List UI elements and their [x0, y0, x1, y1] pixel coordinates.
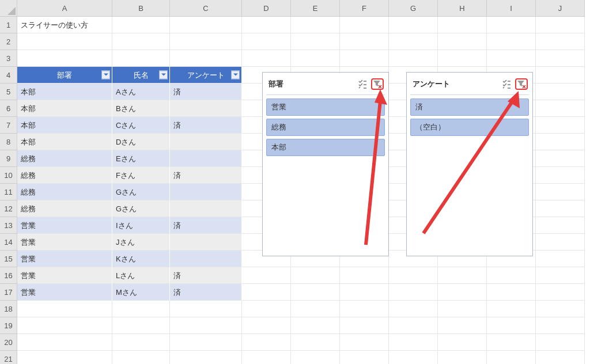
- column-header[interactable]: H: [438, 0, 487, 17]
- column-header[interactable]: E: [291, 0, 340, 17]
- cell[interactable]: [340, 267, 389, 284]
- filter-dropdown-icon[interactable]: [101, 71, 110, 79]
- clear-filter-icon[interactable]: [515, 78, 528, 90]
- cell[interactable]: [536, 100, 585, 117]
- table-cell[interactable]: Aさん: [112, 84, 170, 100]
- column-header[interactable]: D: [242, 0, 291, 17]
- table-cell[interactable]: [170, 100, 242, 117]
- table-cell[interactable]: 営業: [17, 251, 112, 267]
- cell[interactable]: [536, 217, 585, 234]
- cell[interactable]: [17, 33, 112, 50]
- cell[interactable]: [291, 334, 340, 351]
- cell[interactable]: [242, 17, 291, 33]
- row-header[interactable]: 2: [0, 33, 17, 50]
- table-cell[interactable]: 総務: [17, 167, 112, 184]
- cell[interactable]: [17, 317, 112, 334]
- table-cell[interactable]: 本部: [17, 117, 112, 134]
- cell[interactable]: [242, 267, 291, 284]
- cell[interactable]: [536, 200, 585, 217]
- cell[interactable]: [487, 284, 536, 301]
- cell[interactable]: [487, 50, 536, 67]
- slicer-item[interactable]: 済: [410, 98, 529, 116]
- cell[interactable]: [536, 351, 585, 364]
- cell[interactable]: [536, 284, 585, 301]
- column-header[interactable]: G: [389, 0, 438, 17]
- cell[interactable]: [340, 334, 389, 351]
- cell[interactable]: [242, 317, 291, 334]
- cell[interactable]: [291, 267, 340, 284]
- cell[interactable]: [438, 284, 487, 301]
- cell[interactable]: [112, 351, 170, 364]
- table-cell[interactable]: 営業: [17, 234, 112, 251]
- cell[interactable]: [536, 251, 585, 267]
- row-header[interactable]: 20: [0, 334, 17, 351]
- cell[interactable]: [340, 17, 389, 33]
- row-header[interactable]: 15: [0, 251, 17, 267]
- row-header[interactable]: 17: [0, 284, 17, 301]
- table-cell[interactable]: Dさん: [112, 134, 170, 150]
- table-header[interactable]: アンケート: [170, 67, 242, 84]
- table-cell[interactable]: [170, 184, 242, 200]
- table-cell[interactable]: 済: [170, 217, 242, 234]
- cell[interactable]: [438, 17, 487, 33]
- cell[interactable]: [112, 50, 170, 67]
- cell[interactable]: [242, 33, 291, 50]
- cell[interactable]: [291, 17, 340, 33]
- table-cell[interactable]: 総務: [17, 150, 112, 167]
- slicer-item[interactable]: 営業: [266, 98, 385, 116]
- cell[interactable]: [389, 301, 438, 317]
- table-cell[interactable]: Eさん: [112, 150, 170, 167]
- cell[interactable]: [389, 50, 438, 67]
- cell[interactable]: [487, 301, 536, 317]
- table-cell[interactable]: 総務: [17, 184, 112, 200]
- table-cell[interactable]: Jさん: [112, 234, 170, 251]
- table-cell[interactable]: Iさん: [112, 217, 170, 234]
- cell[interactable]: [17, 50, 112, 67]
- cell[interactable]: [170, 334, 242, 351]
- cell[interactable]: [291, 301, 340, 317]
- table-header[interactable]: 部署: [17, 67, 112, 84]
- cell[interactable]: [389, 317, 438, 334]
- table-cell[interactable]: Bさん: [112, 100, 170, 117]
- cell[interactable]: [536, 50, 585, 67]
- table-cell[interactable]: 総務: [17, 200, 112, 217]
- table-cell[interactable]: [170, 134, 242, 150]
- cell[interactable]: [487, 267, 536, 284]
- cell[interactable]: [17, 351, 112, 364]
- row-header[interactable]: 12: [0, 200, 17, 217]
- row-header[interactable]: 1: [0, 17, 17, 33]
- table-cell[interactable]: 済: [170, 267, 242, 284]
- cell[interactable]: [536, 184, 585, 200]
- slicer-item[interactable]: （空白）: [410, 119, 529, 136]
- row-header[interactable]: 6: [0, 100, 17, 117]
- table-cell[interactable]: Mさん: [112, 284, 170, 301]
- cell[interactable]: [170, 50, 242, 67]
- cell[interactable]: [438, 301, 487, 317]
- table-header[interactable]: 氏名: [112, 67, 170, 84]
- table-cell[interactable]: 営業: [17, 284, 112, 301]
- multi-select-icon[interactable]: [500, 78, 513, 90]
- table-cell[interactable]: Gさん: [112, 200, 170, 217]
- row-header[interactable]: 18: [0, 301, 17, 317]
- row-header[interactable]: 11: [0, 184, 17, 200]
- cell[interactable]: [340, 33, 389, 50]
- cell[interactable]: [438, 351, 487, 364]
- row-header[interactable]: 19: [0, 317, 17, 334]
- slicer-item[interactable]: 本部: [266, 139, 385, 156]
- table-cell[interactable]: 済: [170, 284, 242, 301]
- cell[interactable]: [536, 33, 585, 50]
- row-header[interactable]: 14: [0, 234, 17, 251]
- cell[interactable]: [536, 84, 585, 100]
- row-header[interactable]: 16: [0, 267, 17, 284]
- slicer-survey[interactable]: アンケート 済 （空白）: [406, 72, 533, 256]
- cell[interactable]: [536, 167, 585, 184]
- cell[interactable]: [242, 284, 291, 301]
- table-cell[interactable]: [170, 234, 242, 251]
- table-cell[interactable]: Fさん: [112, 167, 170, 184]
- table-cell[interactable]: 本部: [17, 134, 112, 150]
- cell[interactable]: [170, 33, 242, 50]
- table-cell[interactable]: 本部: [17, 100, 112, 117]
- cell[interactable]: [487, 334, 536, 351]
- cell[interactable]: [170, 301, 242, 317]
- cell[interactable]: [340, 284, 389, 301]
